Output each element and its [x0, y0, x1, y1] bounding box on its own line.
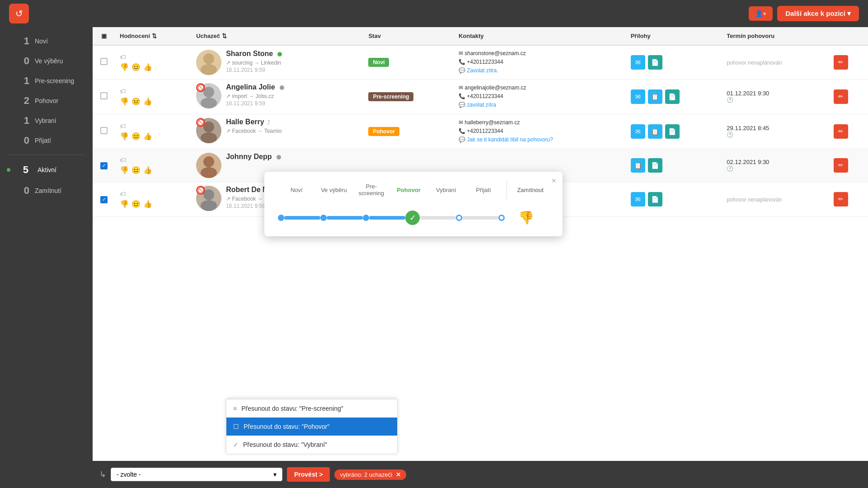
- step-vybrani[interactable]: Vybraní: [427, 187, 465, 193]
- edit-button[interactable]: ✏: [834, 158, 848, 173]
- dropdown-item-prescreening[interactable]: ≡ Přesunout do stavu: "Pre-screening": [226, 399, 397, 418]
- email-attachment-btn[interactable]: ✉: [631, 124, 645, 139]
- status-steps: Noví Ve výběru Pre-screening Pohovor Vyb…: [278, 181, 549, 199]
- sidebar-item-prijati[interactable]: 0 Přijatí: [0, 131, 93, 150]
- call-link[interactable]: 💬 zavolat zítra: [459, 102, 496, 108]
- doc2-attachment-btn[interactable]: 📄: [665, 124, 680, 139]
- vote-neutral-icon[interactable]: 😐: [131, 132, 141, 141]
- candidate-row: Sharon Stone ↗ sourcing → Linkedin 16.11…: [196, 50, 359, 75]
- step-pohovor[interactable]: Pohovor: [390, 187, 427, 193]
- sidebar-label-zamitnuti: Zamítnutí: [35, 187, 61, 194]
- close-selection-button[interactable]: ✕: [396, 471, 401, 478]
- call-link[interactable]: 💬 Zavolat zítra.: [459, 67, 498, 74]
- vote-neutral-icon[interactable]: 😐: [131, 200, 141, 208]
- col-uchazeč[interactable]: Uchazeč ⇅: [192, 27, 364, 45]
- sidebar-count-vybrani: 1: [16, 115, 29, 127]
- email-attachment-btn[interactable]: ✉: [631, 192, 645, 206]
- sidebar-item-vevyberu[interactable]: 0 Ve výběru: [0, 52, 93, 70]
- select-all-icon[interactable]: ▣: [101, 33, 107, 39]
- dropdown-menu: ≡ Přesunout do stavu: "Pre-screening" ☐ …: [226, 399, 398, 454]
- vote-down-icon[interactable]: 👎: [120, 200, 129, 208]
- edit-button[interactable]: ✏: [834, 55, 848, 70]
- vote-down-icon[interactable]: 👎: [120, 63, 129, 71]
- sidebar-dot-novi: [7, 39, 10, 43]
- row-checkbox[interactable]: ✓: [100, 196, 108, 203]
- call-link[interactable]: 💬 Jak se ti kandidát líbil na pohovoru?: [459, 136, 553, 143]
- prilohy-label: Přílohy: [631, 33, 651, 39]
- action-select[interactable]: - zvolte - ▾: [111, 468, 282, 481]
- sidebar-item-prescreening[interactable]: 1 Pre-screening: [0, 71, 93, 90]
- sidebar-item-zamitnuti[interactable]: 0 Zamítnutí: [0, 181, 93, 200]
- doc-attachment-btn[interactable]: 📋: [648, 89, 662, 104]
- logo-button[interactable]: ↺: [9, 4, 29, 23]
- attachment-icons: ✉ 📄: [631, 55, 718, 70]
- doc-attachment-btn[interactable]: 📄: [648, 192, 662, 206]
- person-add-icon: 👤+: [755, 10, 766, 17]
- share-icon[interactable]: ⤴: [267, 119, 270, 126]
- online-status: [277, 155, 281, 160]
- selected-count-text: vybráno: 2 uchazeči: [340, 471, 392, 478]
- doc-attachment-btn[interactable]: 📄: [648, 55, 662, 70]
- sidebar-item-aktivni[interactable]: 5 Aktivní: [0, 160, 93, 180]
- vote-neutral-icon[interactable]: 😐: [131, 166, 141, 174]
- attachment-icons: ✉ 📄: [631, 192, 718, 206]
- sidebar-item-novi[interactable]: 1 Noví: [0, 32, 93, 51]
- dropdown-item-vybrani[interactable]: ✓ Přesunout do stavu: "Vybraní": [226, 436, 397, 454]
- edit-button[interactable]: ✏: [834, 89, 848, 104]
- doc2-attachment-btn[interactable]: 📄: [648, 158, 662, 173]
- vote-down-icon[interactable]: 👎: [120, 97, 129, 106]
- vote-neutral-icon[interactable]: 😐: [131, 97, 141, 106]
- popup-close-button[interactable]: ×: [551, 176, 556, 186]
- step-prijati[interactable]: Přijatí: [465, 187, 502, 193]
- doc-attachment-btn[interactable]: 📋: [631, 158, 645, 173]
- candidate-name: Angelina Jolie: [226, 83, 275, 91]
- vote-up-icon[interactable]: 👍: [143, 132, 152, 141]
- email-attachment-btn[interactable]: ✉: [631, 89, 645, 104]
- sidebar-dot-prescreening: [7, 79, 10, 83]
- sidebar-dot-aktivni: [7, 168, 10, 172]
- vote-up-icon[interactable]: 👍: [143, 200, 152, 208]
- vote-up-icon[interactable]: 👍: [143, 63, 152, 71]
- vote-up-icon[interactable]: 👍: [143, 166, 152, 174]
- reject-thumb-icon[interactable]: 👎: [518, 210, 534, 225]
- step-novi[interactable]: Noví: [278, 187, 315, 193]
- candidates-table-container: ▣ Hodnocení ⇅ Uchazeč ⇅ Stav Kontakty: [93, 27, 868, 461]
- doc-attachment-btn[interactable]: 📋: [648, 124, 662, 139]
- avatar: [196, 153, 221, 178]
- step-prescreening[interactable]: Pre-screening: [352, 183, 390, 197]
- bottom-bar: ↳ - zvolte - ▾ ≡ Přesunout do stavu: "Pr…: [93, 461, 868, 488]
- edit-button[interactable]: ✏: [834, 124, 848, 139]
- row-hodnoceni-cell: 🏷 👎 😐 👍: [115, 45, 192, 79]
- edit-button[interactable]: ✏: [834, 192, 848, 206]
- doc2-attachment-btn[interactable]: 📄: [665, 89, 680, 104]
- sidebar-item-vybrani[interactable]: 1 Vybraní: [0, 111, 93, 130]
- step-label-vybrani: Vybraní: [436, 187, 456, 193]
- vote-down-icon[interactable]: 👎: [120, 166, 129, 174]
- step-zamitnout[interactable]: Zamítnout: [511, 187, 549, 193]
- row-hodnoceni-cell: 🏷 👎 😐 👍: [115, 79, 192, 114]
- step-vevyberu[interactable]: Ve výběru: [315, 187, 353, 193]
- row-checkbox-cell: ✓: [93, 149, 115, 182]
- select-placeholder: - zvolte -: [117, 471, 141, 478]
- row-checkbox[interactable]: ✓: [100, 162, 108, 169]
- row-checkbox[interactable]: [100, 127, 108, 134]
- sidebar-dot-prijati: [7, 139, 10, 142]
- tags-icon: 🏷: [120, 156, 126, 164]
- vote-neutral-icon[interactable]: 😐: [131, 63, 141, 71]
- provest-button[interactable]: Provést >: [287, 467, 330, 482]
- vote-up-icon[interactable]: 👍: [143, 97, 152, 106]
- col-hodnoceni[interactable]: Hodnocení ⇅: [115, 27, 192, 45]
- dropdown-item-pohovor[interactable]: ☐ Přesunout do stavu: "Pohovor": [226, 418, 397, 436]
- dalsi-akce-button[interactable]: Další akce k pozici ▾: [777, 6, 859, 21]
- dropdown-label-vybrani: Přesunout do stavu: "Vybraní": [243, 441, 327, 448]
- attachment-icons: ✉ 📋 📄: [631, 89, 718, 104]
- sidebar-item-pohovor[interactable]: 2 Pohovor: [0, 91, 93, 110]
- row-prilohy-cell: ✉ 📄: [626, 45, 723, 79]
- email-attachment-btn[interactable]: ✉: [631, 55, 645, 70]
- add-candidate-button[interactable]: 👤+: [749, 6, 773, 21]
- row-checkbox[interactable]: [100, 92, 108, 99]
- progress-bar: ✓ 👎: [278, 210, 549, 225]
- candidate-date: 16.11.2021 9:59: [226, 67, 282, 73]
- vote-down-icon[interactable]: 👎: [120, 132, 129, 141]
- row-checkbox[interactable]: [100, 58, 108, 65]
